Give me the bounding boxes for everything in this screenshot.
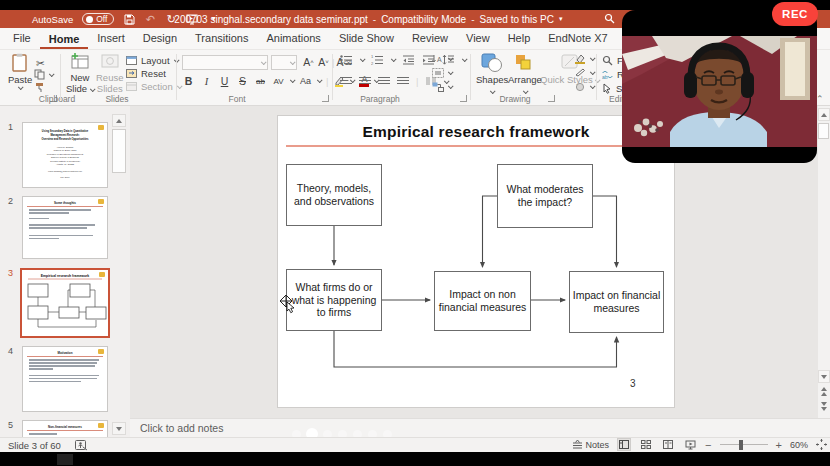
tab-endnote[interactable]: EndNote X7 [539, 28, 616, 49]
thumb-number-5: 5 [8, 420, 13, 430]
bold-button[interactable]: B [182, 74, 195, 88]
status-bar-right: Notes − + 60% [572, 437, 827, 452]
scrollbar-thumb[interactable] [818, 123, 829, 139]
tab-review[interactable]: Review [403, 28, 457, 49]
arrange-button[interactable]: Arrange [508, 53, 542, 97]
tab-transitions[interactable]: Transitions [186, 28, 257, 49]
notes-pane[interactable]: Click to add notes [130, 418, 830, 437]
align-center-icon[interactable] [359, 77, 371, 86]
undo-icon[interactable]: ↶ [144, 13, 156, 25]
previous-slide-button[interactable] [818, 385, 830, 398]
presenter-figure [622, 36, 817, 147]
paste-clipboard-icon [11, 53, 29, 73]
accessibility-icon[interactable] [75, 440, 88, 451]
reuse-slides-button[interactable]: ReuseSlides [96, 53, 123, 95]
scroll-down-icon[interactable] [818, 370, 830, 383]
institution-logo-icon [98, 199, 104, 204]
section-button[interactable]: Section [126, 81, 181, 92]
numbering-icon[interactable]: 12 [371, 55, 384, 65]
thumbnail-slide-5[interactable]: Non-financial measures [22, 420, 108, 437]
tab-animations[interactable]: Animations [257, 28, 329, 49]
autosave-toggle[interactable]: Off [82, 13, 114, 25]
rec-badge: REC [772, 2, 818, 26]
thumbnail-slide-4[interactable]: Motivation [22, 346, 108, 412]
zoom-slider-thumb[interactable] [739, 440, 743, 450]
grow-font-icon[interactable]: A˄ [302, 55, 315, 69]
shape-outline-icon[interactable] [574, 68, 586, 78]
thumbnail-scrollbar[interactable] [112, 114, 127, 434]
bullets-icon[interactable] [340, 55, 353, 65]
text-direction-icon[interactable]: A [432, 54, 444, 64]
zoom-level[interactable]: 60% [790, 440, 808, 450]
save-icon[interactable] [123, 13, 135, 25]
window-title: 200703 singhal.secondary data seminar.pp… [174, 14, 562, 25]
webcam-video [622, 36, 817, 147]
select-icon[interactable] [602, 83, 612, 94]
align-left-icon[interactable] [340, 77, 352, 86]
next-slide-button[interactable] [818, 400, 830, 413]
collapse-ribbon-icon[interactable]: ⌃ [816, 94, 824, 104]
thumb-number-4: 4 [8, 346, 13, 356]
institution-logo-icon [98, 349, 104, 354]
tab-insert[interactable]: Insert [88, 28, 134, 49]
thumbnail-slide-3[interactable]: Empirical research framework [20, 268, 110, 338]
text-shadow-icon[interactable]: ab [254, 74, 267, 88]
slide-indicator[interactable]: Slide 3 of 60 [8, 440, 61, 451]
notes-placeholder[interactable]: Click to add notes [140, 422, 223, 434]
zoom-out-button[interactable]: − [705, 439, 711, 451]
convert-smartart-icon[interactable] [432, 82, 444, 92]
scroll-down-icon[interactable] [112, 422, 126, 435]
view-normal-button[interactable] [617, 438, 631, 451]
justify-icon[interactable] [397, 77, 409, 86]
thumbnail-slide-2[interactable]: Some thoughts [22, 196, 108, 259]
svg-text:Empirical research framework: Empirical research framework [41, 274, 90, 278]
find-icon[interactable] [602, 55, 613, 66]
character-spacing-icon[interactable]: AV [272, 74, 285, 88]
tab-slide-show[interactable]: Slide Show [330, 28, 403, 49]
reuse-slides-icon [100, 53, 120, 71]
new-slide-button[interactable]: NewSlide [66, 53, 94, 95]
thumbnail-mini-diagram: Empirical research framework [22, 270, 108, 336]
player-control-square [57, 454, 73, 465]
shrink-font-icon[interactable]: A˅ [317, 55, 330, 69]
strikethrough-button[interactable]: S [236, 74, 249, 88]
change-case-icon[interactable]: Aa [299, 74, 312, 88]
tab-design[interactable]: Design [134, 28, 186, 49]
font-size-select[interactable] [271, 55, 297, 70]
paste-button[interactable]: Paste [8, 53, 32, 90]
shape-effects-icon[interactable] [574, 82, 586, 92]
shapes-button[interactable]: Shapes [476, 53, 508, 97]
search-icon[interactable] [604, 13, 615, 24]
align-text-icon[interactable] [432, 68, 444, 78]
layout-button[interactable]: Layout [126, 55, 178, 66]
view-reading-button[interactable] [661, 438, 675, 451]
shape-fill-icon[interactable] [574, 54, 586, 64]
copy-icon[interactable] [34, 69, 45, 80]
underline-button[interactable]: U [218, 74, 231, 88]
thumb-number-1: 1 [8, 122, 13, 132]
thumbnail-slide-1[interactable]: Using Secondary Data in Quantitative Man… [22, 122, 108, 188]
cut-icon[interactable]: ✂ [34, 56, 47, 70]
decrease-indent-icon[interactable] [402, 55, 415, 65]
view-slide-sorter-button[interactable] [639, 438, 653, 451]
tab-file[interactable]: File [4, 28, 40, 49]
fit-to-window-icon[interactable] [816, 439, 827, 450]
italic-button[interactable]: I [200, 74, 213, 88]
reset-button[interactable]: Reset [126, 68, 166, 79]
view-slideshow-button[interactable] [683, 438, 697, 451]
zoom-in-button[interactable]: + [776, 439, 782, 451]
tab-home[interactable]: Home [40, 29, 89, 50]
scroll-up-icon[interactable] [112, 114, 126, 127]
tab-help[interactable]: Help [499, 28, 540, 49]
tab-view[interactable]: View [457, 28, 499, 49]
scrollbar-thumb[interactable] [112, 129, 126, 173]
font-name-select[interactable] [182, 55, 268, 70]
align-right-icon[interactable] [378, 77, 390, 86]
scroll-up-icon[interactable] [818, 108, 830, 121]
notes-toggle[interactable]: Notes [572, 440, 610, 450]
replace-icon[interactable]: ab [602, 69, 613, 80]
slide[interactable]: Empirical research framework Theory, mod… [277, 115, 675, 408]
zoom-slider[interactable] [720, 444, 768, 446]
canvas-scrollbar[interactable] [818, 106, 830, 418]
format-painter-icon[interactable] [34, 82, 45, 93]
